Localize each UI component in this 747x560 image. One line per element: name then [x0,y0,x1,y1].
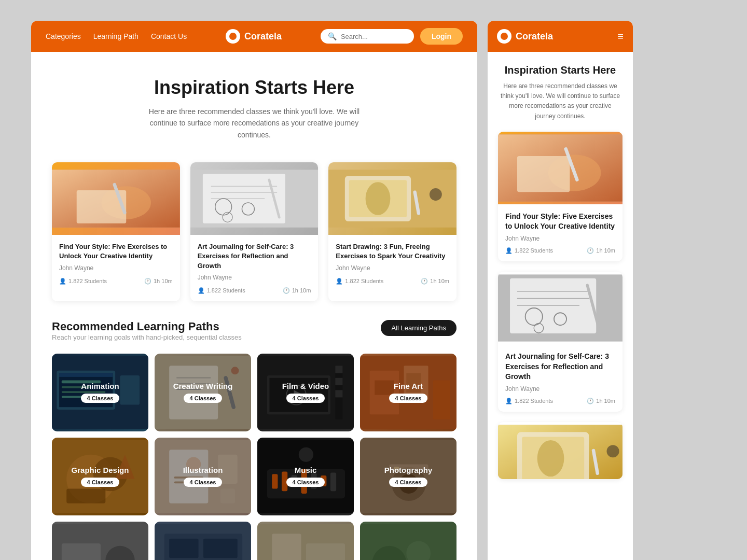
learning-paths-grid-bottom [52,522,457,560]
right-logo-icon [497,29,511,44]
grid-label-writing: Creative Writing [173,382,233,390]
grid-overlay-misc1 [52,522,148,560]
right-card-students-0: 👤 1.822 Students [505,247,553,254]
card-students-2: 👤 1.822 Students [336,278,383,285]
card-author-0: John Wayne [59,264,173,272]
right-card-1[interactable]: Art Journaling for Self-Care: 3 Exercise… [498,272,622,412]
right-card-students-1: 👤 1.822 Students [505,398,553,404]
nav-contact-us[interactable]: Contact Us [151,32,187,40]
learning-path-graphic-design[interactable]: Graphic Design 4 Classes [52,438,148,515]
card-duration-1: 🕐 1h 10m [283,287,311,294]
right-card-duration-1: 🕐 1h 10m [587,398,615,404]
right-card-title-0: Find Your Style: Five Exercises to Unloc… [505,212,615,232]
learning-paths-section: Recommended Learning Paths Reach your le… [31,320,477,560]
grid-badge-writing: 4 Classes [184,394,223,403]
grid-misc-4[interactable] [360,522,457,560]
left-panel: Categories Learning Path Contact Us Cora… [31,21,477,560]
featured-cards-row: Find Your Style: Five Exercises to Unloc… [31,157,477,320]
grid-badge-film: 4 Classes [286,394,325,403]
card-meta-0: 👤 1.822 Students 🕐 1h 10m [59,278,173,285]
right-logo: Coratela [497,29,553,44]
grid-overlay-graphic: Graphic Design 4 Classes [52,438,148,515]
section-title: Recommended Learning Paths [52,320,242,333]
card-body-0: Find Your Style: Five Exercises to Unloc… [52,235,180,291]
search-input[interactable] [341,33,407,40]
card-title-2: Start Drawing: 3 Fun, Freeing Exercises … [336,242,449,261]
grid-overlay-fineart: Fine Art 4 Classes [360,354,457,431]
grid-label-animation: Animation [81,382,119,390]
right-card-meta-1: 👤 1.822 Students 🕐 1h 10m [505,398,615,404]
grid-label-graphic: Graphic Design [72,466,129,474]
svg-point-19 [430,188,442,201]
learning-path-photography[interactable]: Photography 4 Classes [360,438,457,515]
grid-overlay-misc3 [257,522,354,560]
featured-card-1[interactable]: Art Journaling for Self-Care: 3 Exercise… [190,162,319,301]
grid-overlay-music: Music 4 Classes [257,438,354,515]
hamburger-menu-icon[interactable]: ≡ [617,31,624,43]
right-card-image-1 [498,272,622,344]
card-title-1: Art Journaling for Self-Care: 3 Exercise… [198,242,311,271]
grid-badge-fineart: 4 Classes [389,394,428,403]
card-body-1: Art Journaling for Self-Care: 3 Exercise… [190,235,319,301]
card-title-0: Find Your Style: Five Exercises to Unloc… [59,242,173,261]
search-bar: 🔍 [321,29,414,44]
learning-path-illustration[interactable]: Illustration 4 Classes [155,438,251,515]
grid-label-music: Music [295,466,317,474]
svg-point-17 [366,182,391,215]
card-students-0: 👤 1.822 Students [59,278,107,285]
featured-card-2[interactable]: Start Drawing: 3 Fun, Freeing Exercises … [328,162,457,301]
nav-learning-path[interactable]: Learning Path [93,32,139,40]
hero-title: Inspiration Starts Here [62,77,446,99]
right-panel: Coratela ≡ Inspiration Starts Here Here … [488,21,633,560]
grid-overlay-misc2 [155,522,251,560]
right-card-meta-0: 👤 1.822 Students 🕐 1h 10m [505,247,615,254]
navbar-center: Coratela [226,29,282,44]
right-card-image-0 [498,132,622,204]
card-duration-2: 🕐 1h 10m [421,278,449,285]
grid-label-photography: Photography [384,466,433,474]
hero-subtitle: Here are three recommended classes we th… [145,106,363,141]
card-meta-2: 👤 1.822 Students 🕐 1h 10m [336,278,449,285]
grid-overlay-writing: Creative Writing 4 Classes [155,354,251,431]
navbar: Categories Learning Path Contact Us Cora… [31,21,477,52]
grid-badge-animation: 4 Classes [81,394,120,403]
section-title-group: Recommended Learning Paths Reach your le… [52,320,242,351]
card-image-2 [328,162,457,235]
grid-label-film: Film & Video [282,382,329,390]
right-card-image-2 [498,422,622,479]
card-image-1 [190,162,319,235]
learning-path-music[interactable]: Music 4 Classes [257,438,354,515]
right-brand-name: Coratela [516,31,553,42]
card-duration-0: 🕐 1h 10m [144,278,173,285]
svg-point-114 [607,445,619,457]
grid-badge-photography: 4 Classes [389,478,428,487]
grid-overlay-misc4 [360,522,457,560]
grid-misc-2[interactable] [155,522,251,560]
learning-path-creative-writing[interactable]: Creative Writing 4 Classes [155,354,251,431]
grid-misc-3[interactable] [257,522,354,560]
grid-overlay-illustration: Illustration 4 Classes [155,438,251,515]
logo-icon [226,29,240,44]
svg-point-112 [537,440,564,477]
right-card-author-0: John Wayne [505,235,615,242]
brand-name: Coratela [244,31,282,42]
learning-path-fineart[interactable]: Fine Art 4 Classes [360,354,457,431]
section-subtitle: Reach your learning goals with hand-pick… [52,333,242,341]
right-card-title-1: Art Journaling for Self-Care: 3 Exercise… [505,352,615,382]
grid-badge-illustration: 4 Classes [184,478,223,487]
right-card-duration-0: 🕐 1h 10m [587,247,615,254]
card-meta-1: 👤 1.822 Students 🕐 1h 10m [198,287,311,294]
all-learning-paths-button[interactable]: All Learning Paths [381,320,457,336]
learning-path-film[interactable]: Film & Video 4 Classes [257,354,354,431]
right-card-0[interactable]: Find Your Style: Five Exercises to Unloc… [498,132,622,261]
right-hero-subtitle: Here are three recommended classes we th… [498,81,622,121]
grid-misc-1[interactable] [52,522,148,560]
featured-card-0[interactable]: Find Your Style: Five Exercises to Unloc… [52,162,180,301]
card-image-0 [52,162,180,235]
grid-badge-music: 4 Classes [286,478,325,487]
login-button[interactable]: Login [420,28,463,45]
learning-path-animation[interactable]: Animation 4 Classes [52,354,148,431]
card-body-2: Start Drawing: 3 Fun, Freeing Exercises … [328,235,457,291]
nav-categories[interactable]: Categories [46,32,81,40]
right-card-2[interactable] [498,422,622,479]
